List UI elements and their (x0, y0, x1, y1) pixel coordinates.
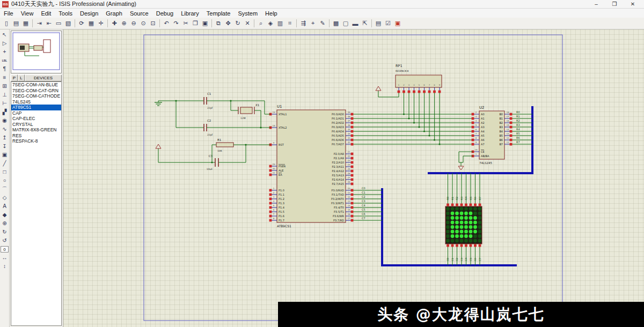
export-section-icon[interactable]: ⇤ (44, 19, 54, 28)
view-bom-icon[interactable]: ▤ (374, 19, 383, 28)
menu-edit[interactable]: Edit (37, 10, 55, 17)
2d-circle-icon[interactable]: ○ (1, 176, 9, 184)
print-icon[interactable]: ▭ (54, 19, 63, 28)
device-list-item[interactable]: MATRIX-8X8-GREEN (11, 127, 61, 133)
menu-tools[interactable]: Tools (55, 10, 76, 17)
component-mode-icon[interactable]: ▷ (1, 39, 9, 47)
toggle-grid-icon[interactable]: ▦ (86, 19, 96, 28)
device-list-item[interactable]: CAP-ELEC (11, 116, 61, 122)
terminals-mode-icon[interactable]: ⊥ (1, 91, 9, 99)
block-delete-icon[interactable]: ✕ (243, 19, 252, 28)
decompose-icon[interactable]: ⌗ (285, 19, 295, 28)
mirror-x-icon[interactable]: ↔ (1, 254, 9, 262)
rotate-clockwise-icon[interactable]: ↻ (1, 228, 9, 236)
menu-template[interactable]: Template (203, 10, 235, 17)
current-probe-mode-icon[interactable]: ↧ (1, 142, 9, 150)
menu-source[interactable]: Source (126, 10, 152, 17)
pick-devices-button[interactable]: P (11, 75, 18, 81)
menu-library[interactable]: Library (177, 10, 203, 17)
design-explorer-icon[interactable]: ▩ (331, 19, 341, 28)
generator-mode-icon[interactable]: ∿ (1, 125, 9, 133)
virtual-instruments-mode-icon[interactable]: ▣ (1, 151, 9, 159)
menu-view[interactable]: View (17, 10, 38, 17)
graph-mode-icon[interactable]: ▞ (1, 108, 9, 116)
2d-symbol-icon[interactable]: ◆ (1, 211, 9, 219)
2d-arc-icon[interactable]: ⌒ (1, 185, 9, 193)
menu-design[interactable]: Design (76, 10, 102, 17)
open-design-icon[interactable]: ▤ (11, 19, 21, 28)
library-button[interactable]: L (18, 75, 25, 81)
property-assignment-icon[interactable]: ✎ (318, 19, 327, 28)
make-device-icon[interactable]: ◈ (266, 19, 275, 28)
remove-sheet-icon[interactable]: ▬ (350, 19, 360, 28)
mirror-y-icon[interactable]: ↕ (1, 262, 9, 270)
minimize-button[interactable]: – (587, 1, 605, 7)
pick-parts-icon[interactable]: ⌕ (256, 19, 266, 28)
device-list-item[interactable]: RES (11, 133, 61, 139)
menu-help[interactable]: Help (261, 10, 281, 17)
menu-system[interactable]: System (234, 10, 261, 17)
selection-mode-icon[interactable]: ↖ (1, 31, 9, 39)
2d-text-icon[interactable]: A (1, 202, 9, 210)
cut-icon[interactable]: ✂ (181, 19, 191, 28)
device-list-item[interactable]: 7SEG-COM-CATHODE (11, 93, 61, 99)
device-pins-mode-icon[interactable]: ⊢ (1, 99, 9, 107)
device-list-item[interactable]: 7SEG-COM-AN-BLUE (11, 82, 61, 88)
menu-debug[interactable]: Debug (152, 10, 177, 17)
zoom-all-icon[interactable]: ⊙ (138, 19, 148, 28)
voltage-probe-mode-icon[interactable]: ↥ (1, 133, 9, 142)
redraw-icon[interactable]: ⟳ (77, 19, 86, 28)
electrical-rule-check-icon[interactable]: ☑ (383, 19, 393, 28)
save-design-icon[interactable]: ▦ (21, 19, 31, 28)
import-section-icon[interactable]: ⇥ (34, 19, 44, 28)
maximize-button[interactable]: ❐ (605, 1, 624, 7)
block-copy-icon[interactable]: ⧉ (214, 19, 223, 28)
device-list-item[interactable]: AT89C51 (11, 105, 61, 110)
subcircuit-mode-icon[interactable]: ⊞ (1, 82, 9, 90)
device-list-item[interactable]: CAP (11, 110, 61, 116)
redo-icon[interactable]: ↷ (171, 19, 181, 28)
wire-label-mode-icon[interactable]: LBL (1, 56, 9, 64)
packaging-tool-icon[interactable]: ▥ (275, 19, 285, 28)
undo-icon[interactable]: ↶ (162, 19, 171, 28)
false-origin-icon[interactable]: ✛ (96, 19, 106, 28)
menu-graph[interactable]: Graph (102, 10, 126, 17)
tape-recorder-mode-icon[interactable]: ◉ (1, 116, 9, 124)
mark-output-area-icon[interactable]: ▧ (63, 19, 73, 28)
schematic-svg[interactable]: U1AT89C5119XTAL118XTAL29RST29PSEN30ALE31… (63, 29, 644, 327)
pan-icon[interactable]: ✚ (109, 19, 119, 28)
x1-body[interactable] (240, 107, 252, 114)
rotate-anticlockwise-icon[interactable]: ↺ (1, 236, 9, 244)
new-sheet-icon[interactable]: ▢ (341, 19, 350, 28)
2d-path-icon[interactable]: ◇ (1, 194, 9, 202)
schematic-canvas[interactable]: U1AT89C5119XTAL118XTAL29RST29PSEN30ALE31… (63, 29, 644, 327)
text-script-mode-icon[interactable]: ¶ (1, 65, 9, 73)
goto-sheet-icon[interactable]: ⇱ (360, 19, 370, 28)
r1-body[interactable] (216, 143, 233, 147)
paste-icon[interactable]: ▣ (200, 19, 210, 28)
led-dot (469, 239, 473, 243)
device-list-item[interactable]: CRYSTAL (11, 122, 61, 128)
zoom-in-icon[interactable]: ⊕ (119, 19, 129, 28)
rotation-angle-field[interactable]: 0 (1, 246, 9, 252)
2d-line-icon[interactable]: ╱ (1, 159, 9, 167)
new-design-icon[interactable]: ▯ (2, 19, 11, 28)
block-rotate-icon[interactable]: ↻ (233, 19, 243, 28)
wire-autorouter-icon[interactable]: ⇶ (298, 19, 308, 28)
search-and-tag-icon[interactable]: ⌖ (308, 19, 318, 28)
2d-marker-icon[interactable]: ⊕ (1, 219, 9, 227)
junction-dot-mode-icon[interactable]: + (1, 48, 9, 56)
menu-file[interactable]: File (0, 10, 17, 17)
device-list-item[interactable]: 74LS245 (11, 99, 61, 105)
block-move-icon[interactable]: ✥ (223, 19, 233, 28)
2d-box-icon[interactable]: □ (1, 168, 9, 176)
copy-icon[interactable]: ❐ (191, 19, 200, 28)
netlist-to-ares-icon[interactable]: ▣ (393, 19, 402, 28)
close-button[interactable]: ✕ (624, 1, 642, 7)
bus-mode-icon[interactable]: ≡ (1, 73, 9, 81)
device-list-item[interactable]: 7SEG-COM-CAT-GRN (11, 88, 61, 94)
device-list-item[interactable]: RESPACK-8 (11, 138, 61, 144)
schematic-preview[interactable] (11, 31, 62, 73)
zoom-out-icon[interactable]: ⊖ (129, 19, 138, 28)
zoom-area-icon[interactable]: ⊡ (148, 19, 158, 28)
